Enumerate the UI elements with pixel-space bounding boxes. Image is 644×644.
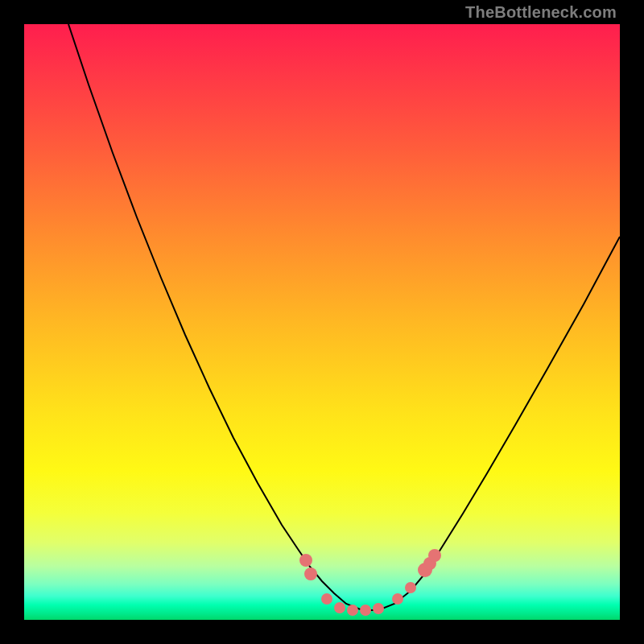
watermark-text: TheBottleneck.com — [465, 3, 617, 22]
severity-gradient-background — [24, 24, 620, 620]
plot-area — [24, 24, 620, 620]
chart-frame: TheBottleneck.com — [0, 0, 644, 644]
